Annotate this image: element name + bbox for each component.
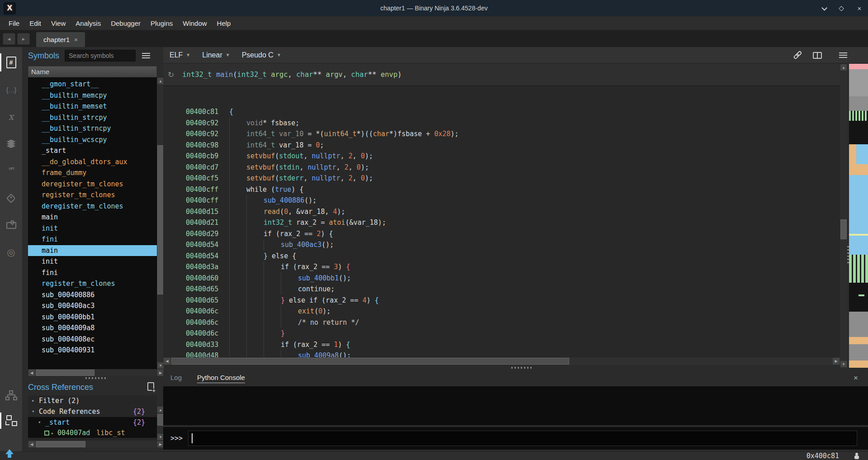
- symbol-item[interactable]: deregister_tm_clones: [28, 179, 157, 190]
- code-line[interactable]: 00400d54sub_400ac3();: [163, 239, 840, 251]
- symbols-horizontal-scrollbar[interactable]: ◀ ▶: [28, 369, 164, 376]
- menu-plugins[interactable]: Plugins: [146, 19, 178, 27]
- scroll-left-icon[interactable]: ◀: [28, 441, 35, 447]
- symbol-item[interactable]: main: [28, 245, 157, 256]
- xref-code-references-row[interactable]: ▾ Code References {2}: [28, 406, 157, 417]
- sidebar-item-find-target[interactable]: ◎: [0, 239, 22, 266]
- symbol-item[interactable]: sub_000400ac3: [28, 300, 157, 312]
- symbols-column-header[interactable]: Name: [28, 66, 157, 77]
- symbol-item[interactable]: __builtin_memcpy: [28, 90, 157, 101]
- symbol-item[interactable]: fini: [28, 267, 157, 279]
- code-line[interactable]: 00400d6c}: [163, 328, 840, 339]
- code-line[interactable]: 00400d3aif (rax_2 == 3) {: [163, 261, 840, 273]
- scroll-right-icon[interactable]: ▶: [833, 358, 840, 365]
- symbol-item[interactable]: __builtin_strcpy: [28, 112, 157, 123]
- code-line[interactable]: 00400cb9setvbuf(stdout, nullptr, 2, 0);: [163, 151, 840, 162]
- xref-reference-row[interactable]: ▸ 004007ad libc_st: [28, 428, 157, 438]
- menu-view[interactable]: View: [46, 19, 71, 27]
- symbol-item[interactable]: init: [28, 223, 157, 234]
- sidebar-item-tags[interactable]: [0, 185, 22, 212]
- scroll-down-icon[interactable]: ▼: [840, 361, 847, 367]
- code-line[interactable]: 00400d33if (rax_2 == 1) {: [163, 339, 840, 351]
- scroll-down-icon[interactable]: ▼: [157, 362, 164, 369]
- sidebar-item-strings-quotes[interactable]: “”: [0, 157, 22, 185]
- representation-dropdown[interactable]: Pseudo C ▼: [242, 51, 281, 59]
- code-view[interactable]: 00400c81{00400c92void* fsbase;00400c92in…: [163, 87, 840, 357]
- scroll-up-icon[interactable]: ▲: [840, 64, 847, 71]
- scroll-up-icon[interactable]: ▲: [157, 407, 164, 413]
- tab-close-icon[interactable]: ×: [74, 36, 78, 43]
- symbol-item[interactable]: __builtin_wcscpy: [28, 134, 157, 146]
- close-button[interactable]: ×: [855, 5, 863, 12]
- feature-map-segment[interactable]: [849, 144, 868, 164]
- feature-map-segment[interactable]: [849, 283, 868, 294]
- code-line[interactable]: 00400d48sub_4009a8();: [163, 350, 840, 357]
- feature-map-segment[interactable]: [849, 236, 868, 255]
- function-signature[interactable]: int32_t main(int32_t argc, char** argv, …: [182, 71, 401, 79]
- feature-map-segment[interactable]: [849, 111, 868, 121]
- feature-map-segment[interactable]: [849, 337, 868, 344]
- feature-map[interactable]: [849, 64, 868, 368]
- sync-link-icon[interactable]: [791, 49, 804, 62]
- code-line[interactable]: 00400d21int32_t rax_2 = atoi(&var_18);: [163, 217, 840, 228]
- python-console-output[interactable]: [163, 386, 868, 425]
- navigate-up-icon[interactable]: [5, 449, 14, 454]
- code-line[interactable]: 00400cffsub_400886();: [163, 195, 840, 206]
- scrollbar-thumb[interactable]: [840, 219, 847, 239]
- symbol-item[interactable]: register_tm_clones: [28, 190, 157, 201]
- scroll-left-icon[interactable]: ◀: [28, 370, 35, 376]
- symbol-item[interactable]: sub_0004009a8: [28, 322, 157, 334]
- code-line[interactable]: 00400c98int64_t var_18 = 0;: [163, 140, 840, 151]
- tree-expanded-icon[interactable]: ▾: [32, 406, 39, 417]
- sidebar-item-mini-graph[interactable]: [0, 383, 22, 408]
- symbol-item[interactable]: __builtin_strncpy: [28, 123, 157, 134]
- code-line[interactable]: 00400d65} else if (rax_2 == 4) {: [163, 295, 840, 306]
- symbol-item[interactable]: deregister_tm_clones: [28, 201, 157, 212]
- checkbox-icon[interactable]: [44, 431, 49, 436]
- menu-help[interactable]: Help: [212, 19, 236, 27]
- feature-map-segment[interactable]: [849, 255, 868, 283]
- scrollbar-thumb[interactable]: [36, 441, 85, 447]
- scrollbar-thumb[interactable]: [171, 358, 569, 365]
- tab-nav-back-button[interactable]: ◂: [3, 33, 15, 45]
- sidebar-item-symbols-hash[interactable]: #: [0, 49, 22, 76]
- feature-map-segment[interactable]: [849, 69, 868, 96]
- symbol-item[interactable]: __do_global_dtors_aux: [28, 156, 157, 168]
- code-line[interactable]: 00400c92void* fsbase;: [163, 118, 840, 129]
- code-line[interactable]: 00400c92int64_t var_10 = *(uint64_t*)((c…: [163, 128, 840, 140]
- symbol-item[interactable]: sub_000400bb1: [28, 312, 157, 323]
- menu-file[interactable]: File: [4, 19, 24, 27]
- panel-splitter-handle[interactable]: [511, 367, 532, 369]
- feature-map-segment[interactable]: [849, 96, 868, 111]
- sidebar-item-types-braces[interactable]: {…}: [0, 76, 22, 103]
- feature-map-segment[interactable]: [849, 360, 868, 368]
- menu-window[interactable]: Window: [178, 19, 212, 27]
- symbol-item[interactable]: _start: [28, 145, 157, 156]
- code-line[interactable]: 00400d6cexit(0);: [163, 306, 840, 317]
- xref-start-row[interactable]: ▾ _start {2}: [28, 417, 157, 428]
- tree-collapsed-icon[interactable]: ▸: [32, 395, 39, 406]
- symbol-item[interactable]: main: [28, 212, 157, 223]
- symbol-item[interactable]: sub_000400931: [28, 345, 157, 356]
- tab-nav-forward-button[interactable]: ▸: [17, 33, 30, 45]
- symbol-item[interactable]: frame_dummy: [28, 167, 157, 179]
- update-status-icon[interactable]: [854, 453, 859, 459]
- scrollbar-thumb[interactable]: [157, 414, 164, 426]
- panel-splitter-handle[interactable]: [85, 377, 106, 379]
- code-horizontal-scrollbar[interactable]: ◀ ▶: [163, 357, 840, 365]
- code-line[interactable]: 00400d65continue;: [163, 284, 840, 295]
- xref-horizontal-scrollbar[interactable]: ◀ ▶: [28, 441, 164, 448]
- code-vertical-scrollbar[interactable]: ▲ ▼: [840, 64, 847, 368]
- tree-expanded-icon[interactable]: ▾: [38, 417, 45, 428]
- layout-dropdown[interactable]: Linear ▼: [202, 51, 230, 59]
- code-line[interactable]: 00400d29if (rax_2 == 2) {: [163, 228, 840, 240]
- symbol-item[interactable]: __gmon_start__: [28, 79, 157, 90]
- menu-edit[interactable]: Edit: [24, 19, 46, 27]
- symbol-item[interactable]: sub_000400886: [28, 289, 157, 301]
- scroll-right-icon[interactable]: ▶: [157, 441, 164, 447]
- code-line[interactable]: 00400cd7setvbuf(stdin, nullptr, 2, 0);: [163, 162, 840, 173]
- symbol-item[interactable]: fini: [28, 234, 157, 245]
- console-tab-log[interactable]: Log: [170, 374, 182, 383]
- scroll-down-icon[interactable]: ▼: [157, 434, 164, 440]
- code-line[interactable]: 00400cf5setvbuf(stderr, nullptr, 2, 0);: [163, 173, 840, 184]
